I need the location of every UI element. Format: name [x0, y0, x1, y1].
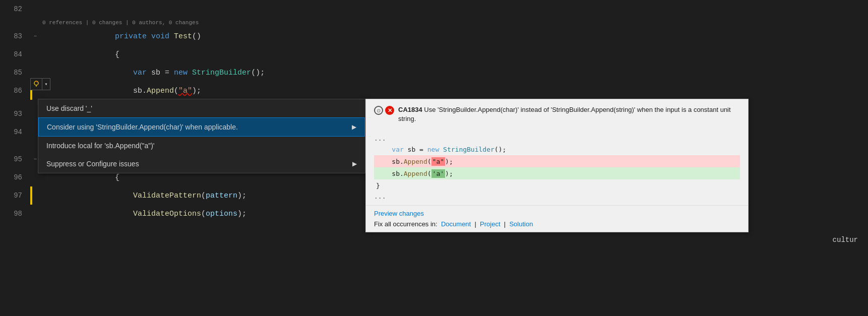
menu-item-discard[interactable]: Use discard '_': [38, 99, 365, 117]
menu-arrow-suppress: ▶: [352, 160, 357, 167]
line-number-84: 84: [0, 50, 30, 58]
code-line-82: 82: [0, 0, 868, 18]
preview-code-line-removed: sb.Append("a");: [374, 155, 740, 167]
line-number-93: 93: [0, 110, 30, 118]
line-number-95: 95: [0, 155, 30, 163]
line-number-94: 94: [0, 128, 30, 136]
rule-id: CA1834: [398, 106, 422, 113]
lightbulb-svg: [33, 81, 40, 88]
line-number-97: 97: [0, 192, 30, 200]
menu-item-introduce[interactable]: Introduce local for 'sb.Append("a")': [38, 137, 365, 155]
gutter-83[interactable]: −: [30, 33, 40, 39]
lightbulb-icon[interactable]: [30, 78, 42, 90]
preview-code-line-brace: }: [374, 179, 740, 192]
fix-all-line: Fix all occurrences in: Document | Proje…: [374, 220, 740, 228]
preview-dots-after: ...: [374, 192, 740, 201]
fix-solution-link[interactable]: Solution: [509, 220, 533, 228]
preview-code-area: ... var sb = new StringBuilder(); sb.App…: [366, 130, 748, 205]
preview-dots-before: ...: [374, 134, 740, 143]
preview-code-line-sb: var sb = new StringBuilder();: [374, 143, 740, 155]
line-content-98: ValidateOptions(options);: [40, 201, 246, 227]
menu-item-suppress[interactable]: Suppress or Configure issues ▶: [38, 155, 365, 173]
line-number-98: 98: [0, 210, 30, 218]
menu-arrow-consider: ▶: [352, 123, 356, 131]
line-number-96: 96: [0, 173, 30, 181]
error-icon: ✕: [385, 106, 394, 115]
preview-footer: Preview changes Fix all occurrences in: …: [366, 205, 748, 232]
svg-point-2: [36, 81, 37, 82]
preview-header: ⊙ ✕ CA1834 Use 'StringBuilder.Append(cha…: [366, 99, 748, 130]
right-side-text: cultur: [833, 236, 858, 244]
fix-document-link[interactable]: Document: [441, 220, 471, 228]
lightbulb-dropdown[interactable]: ▾: [42, 78, 50, 90]
context-menu: Use discard '_' Consider using 'StringBu…: [38, 99, 365, 173]
preview-title-text: Use 'StringBuilder.Append(char)' instead…: [398, 106, 731, 122]
preview-changes-link[interactable]: Preview changes: [374, 210, 740, 217]
preview-panel: ⊙ ✕ CA1834 Use 'StringBuilder.Append(cha…: [365, 99, 749, 232]
fix-all-prefix: Fix all occurrences in:: [374, 220, 438, 228]
preview-code-line-added: sb.Append('a');: [374, 167, 740, 179]
line-number-83: 83: [0, 32, 30, 40]
line-number-82: 82: [0, 5, 30, 13]
preview-header-icons: ⊙ ✕: [374, 106, 394, 115]
separator-2: |: [504, 220, 506, 228]
circle-check-icon: ⊙: [374, 106, 383, 115]
menu-item-consider[interactable]: Consider using 'StringBuilder.Append(cha…: [38, 117, 365, 137]
code-line-83: 83 − private void Test(): [0, 27, 868, 45]
preview-title: CA1834 Use 'StringBuilder.Append(char)' …: [398, 105, 740, 123]
code-line-86: 86 sb.Append("a");: [0, 82, 868, 100]
yellow-bar-97: [30, 186, 32, 205]
lightbulb-widget[interactable]: ▾: [30, 78, 50, 90]
line-number-86: 86: [0, 87, 30, 95]
separator-1: |: [474, 220, 476, 228]
line-number-85: 85: [0, 69, 30, 77]
editor-area: 82 0 references | 0 changes | 0 authors,…: [0, 0, 868, 316]
fix-project-link[interactable]: Project: [480, 220, 500, 228]
